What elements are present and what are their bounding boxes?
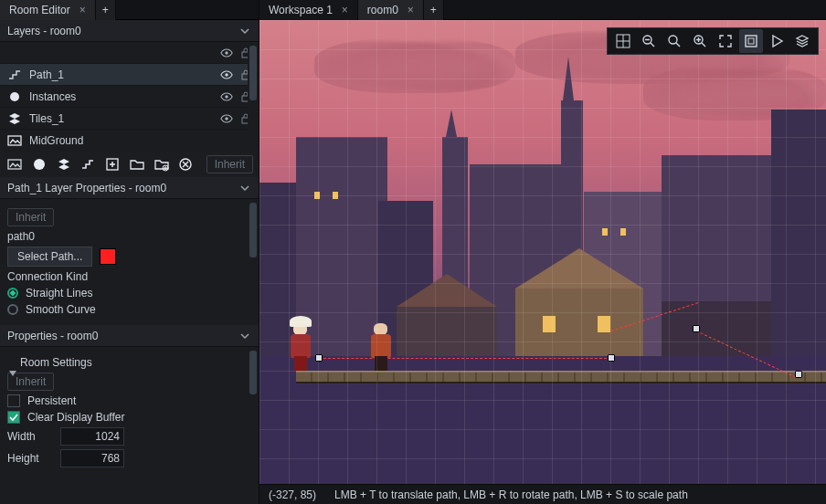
viewport-toolbar [607,27,819,55]
chevron-down-icon [238,25,251,37]
close-icon[interactable]: × [79,4,86,16]
inherit-button[interactable]: Inherit [7,208,54,226]
select-path-button[interactable]: Select Path... [7,247,92,267]
layer-props-header[interactable]: Path_1 Layer Properties - room0 [0,177,259,199]
fullscreen-icon[interactable] [714,29,737,53]
layer-row-midground[interactable]: MidGround [0,130,259,152]
layer-row-instances[interactable]: Instances [0,86,259,108]
path-layer-icon [7,68,22,82]
room-props-header[interactable]: Properties - room0 [0,325,259,347]
layer-label: MidGround [29,134,83,147]
delete-layer-icon[interactable] [176,154,196,174]
path-color-swatch[interactable] [100,248,116,265]
layer-props-title: Path_1 Layer Properties - room0 [7,182,166,194]
close-icon[interactable]: × [408,4,414,16]
add-bg-layer-icon[interactable] [5,154,25,174]
tab-label: Room Editor [9,4,70,16]
layers-header[interactable]: Layers - room0 [0,20,259,42]
layer-row-tiles1[interactable]: Tiles_1 [0,108,259,130]
status-bar: (-327, 85) LMB + T to translate path, LM… [259,484,826,504]
inherit-layer-icon[interactable] [152,154,171,174]
radio-straight[interactable]: Straight Lines [7,287,251,299]
clear-buffer-check[interactable]: Clear Display Buffer [7,411,251,424]
chevron-down-icon [238,330,251,342]
room-props-scrollbar[interactable] [248,347,259,504]
width-label: Width [7,430,53,443]
checkbox-on-icon [7,411,20,424]
checkbox-off-icon [7,394,20,407]
svg-point-17 [669,36,677,44]
add-path-layer-icon[interactable] [79,154,98,174]
inherit-button[interactable]: Inherit [206,155,253,173]
eye-icon[interactable] [220,112,233,125]
radio-off-icon [7,304,18,315]
connection-kind-label: Connection Kind [7,270,88,283]
height-field[interactable] [60,449,124,467]
tile-layer-icon [7,111,22,126]
layer-label: Instances [29,90,76,103]
height-label: Height [7,452,53,465]
bg-layer-icon [7,133,22,148]
close-icon[interactable]: × [342,4,348,16]
tab-label: Workspace 1 [269,4,333,16]
grid-icon[interactable] [611,29,635,53]
eye-icon[interactable] [220,68,233,81]
layer-toolbar: Inherit [0,152,259,177]
play-icon[interactable] [765,29,789,53]
svg-rect-10 [8,160,21,169]
svg-rect-19 [746,36,757,47]
grid-overlay [259,20,826,484]
add-asset-layer-icon[interactable] [103,154,122,174]
zoom-out-icon[interactable] [637,29,661,53]
svg-rect-20 [748,38,754,44]
room-viewport[interactable] [259,20,826,484]
tab-room-editor[interactable]: Room Editor × [0,0,96,20]
radio-smooth[interactable]: Smooth Curve [7,303,251,316]
props-scrollbar[interactable] [248,199,259,325]
instance-layer-icon [7,89,22,104]
room-settings-toggle[interactable]: Room Settings [7,356,251,369]
svg-point-4 [10,92,19,101]
views-icon[interactable] [739,29,763,53]
add-folder-icon[interactable] [128,154,147,174]
zoom-reset-icon[interactable] [662,29,686,53]
radio-on-icon [7,288,18,299]
layer-label: Path_1 [29,68,64,81]
room-props-title: Properties - room0 [7,330,98,342]
triangle-down-icon [9,371,16,376]
layers-scrollbar[interactable] [248,42,259,152]
persistent-check[interactable]: Persistent [7,394,251,407]
layer-row[interactable] [0,42,259,64]
eye-icon[interactable] [220,90,233,103]
svg-point-5 [225,95,228,99]
tab-add[interactable]: + [424,0,444,20]
svg-point-11 [34,159,45,170]
tab-label: room0 [367,4,398,16]
path-name-label: path0 [7,230,35,243]
chevron-down-icon [238,182,251,194]
add-tile-layer-icon[interactable] [54,154,73,174]
add-instance-layer-icon[interactable] [30,154,49,174]
width-field[interactable] [60,427,124,446]
coords-label: (-327, 85) [269,488,316,501]
layer-label: Tiles_1 [29,112,64,125]
layers-title: Layers - room0 [7,25,81,37]
eye-icon[interactable] [220,47,233,59]
layers-icon[interactable] [790,29,814,53]
tab-room0[interactable]: room0 × [358,0,424,20]
zoom-in-icon[interactable] [688,29,712,53]
tab-add[interactable]: + [96,0,116,20]
svg-point-2 [225,73,228,77]
svg-point-0 [225,51,228,55]
hint-label: LMB + T to translate path, LMB + R to ro… [334,488,688,501]
svg-point-7 [225,117,228,121]
tab-workspace1[interactable]: Workspace 1 × [259,0,358,20]
layer-row-path1[interactable]: Path_1 [0,64,259,86]
svg-rect-9 [8,136,21,145]
